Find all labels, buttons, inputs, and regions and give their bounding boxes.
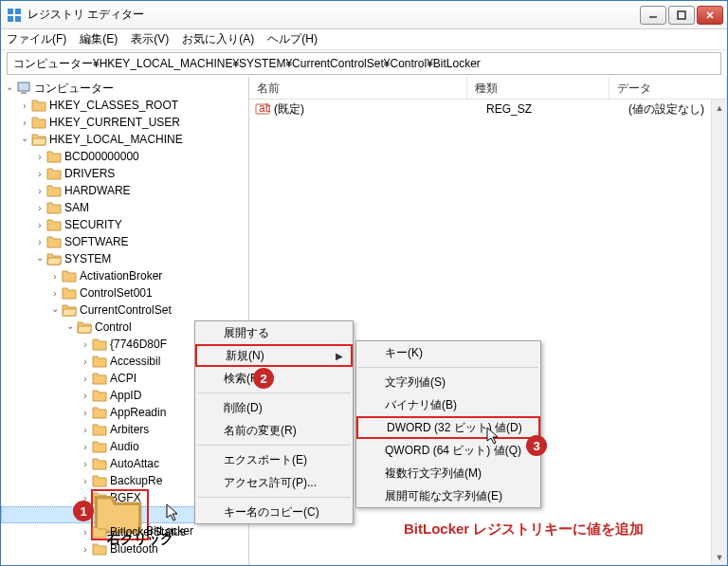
list-row-default[interactable]: ab (既定) REG_SZ (値の設定なし)	[249, 100, 727, 119]
chevron-right-icon[interactable]: ›	[48, 269, 62, 283]
chevron-right-icon[interactable]: ›	[79, 389, 92, 402]
chevron-right-icon[interactable]: ›	[79, 440, 92, 453]
chevron-down-icon[interactable]: ⌄	[33, 250, 46, 264]
tree-node-hkey-classes-root[interactable]: ›HKEY_CLASSES_ROOT	[1, 97, 248, 114]
scroll-up-icon[interactable]: ▲	[712, 100, 727, 116]
menu-item[interactable]: 名前の変更(R)	[195, 419, 353, 442]
svg-text:ab: ab	[259, 101, 270, 115]
tree-label: SYSTEM	[64, 252, 111, 265]
folder-icon	[92, 406, 107, 419]
menu-item[interactable]: QWORD (64 ビット) 値(Q)	[356, 439, 540, 462]
chevron-right-icon[interactable]: ›	[79, 423, 92, 436]
menu-item[interactable]: 文字列値(S)	[356, 371, 540, 393]
menu-item[interactable]: DWORD (32 ビット) 値(D)	[356, 416, 540, 439]
folder-icon	[92, 372, 107, 385]
tree-node-controlset001[interactable]: ›ControlSet001	[1, 284, 248, 301]
chevron-right-icon[interactable]: ›	[48, 286, 62, 300]
chevron-down-icon[interactable]: ⌄	[48, 301, 62, 315]
menu-item-label: アクセス許可(P)...	[224, 475, 317, 491]
chevron-right-icon[interactable]: ›	[33, 201, 46, 214]
folder-icon	[92, 525, 107, 539]
menu-item[interactable]: バイナリ値(B)	[356, 393, 540, 416]
col-header-name[interactable]: 名前	[249, 77, 467, 99]
folder-icon	[92, 389, 107, 402]
chevron-right-icon[interactable]: ›	[79, 457, 92, 470]
menu-item[interactable]: キー名のコピー(C)	[195, 501, 353, 523]
chevron-right-icon[interactable]: ›	[18, 99, 31, 112]
folder-icon	[62, 286, 77, 300]
content-area: ⌄コンピューター›HKEY_CLASSES_ROOT›HKEY_CURRENT_…	[1, 77, 727, 565]
menu-item[interactable]: エクスポート(E)	[195, 448, 353, 471]
svg-rect-1	[15, 9, 21, 14]
folder-icon	[46, 150, 62, 163]
menu-item[interactable]: 複数行文字列値(M)	[356, 462, 540, 484]
menu-item[interactable]: 新規(N)▶	[195, 344, 353, 367]
tree-node-currentcontrolset[interactable]: ⌄CurrentControlSet	[1, 301, 248, 319]
tree-node-system[interactable]: ⌄SYSTEM	[1, 250, 248, 267]
tree-node--[interactable]: ⌄コンピューター	[1, 80, 248, 97]
tree-node-security[interactable]: ›SECURITY	[1, 216, 248, 233]
chevron-right-icon[interactable]: ›	[79, 474, 92, 487]
menu-separator	[358, 367, 538, 368]
chevron-right-icon[interactable]: ›	[79, 372, 92, 385]
tree-label: CurrentControlSet	[80, 303, 172, 317]
menu-item[interactable]: 削除(D)	[195, 396, 353, 419]
folder-icon	[92, 423, 107, 436]
minimize-button[interactable]	[640, 6, 666, 25]
menu-favorites[interactable]: お気に入り(A)	[182, 31, 254, 47]
annotation-footer: BitLocker レジストリキーに値を追加	[404, 520, 644, 539]
chevron-right-icon[interactable]: ›	[33, 218, 46, 231]
tree-node-hardware[interactable]: ›HARDWARE	[1, 182, 248, 199]
chevron-right-icon[interactable]: ›	[79, 525, 92, 539]
menu-item-label: キー名のコピー(C)	[224, 504, 319, 520]
tree-node-bcd00000000[interactable]: ›BCD00000000	[1, 148, 248, 165]
tree-node-activationbroker[interactable]: ›ActivationBroker	[1, 267, 248, 284]
menu-view[interactable]: 表示(V)	[131, 31, 169, 47]
tree-node-software[interactable]: ›SOFTWARE	[1, 233, 248, 250]
chevron-right-icon[interactable]: ›	[79, 338, 92, 351]
scrollbar-vertical[interactable]: ▲ ▼	[711, 100, 727, 565]
menu-item[interactable]: 展開する	[195, 321, 353, 344]
tree-label: ActivationBroker	[80, 269, 162, 283]
tree-node-drivers[interactable]: ›DRIVERS	[1, 165, 248, 182]
tree-node-hkey-current-user[interactable]: ›HKEY_CURRENT_USER	[1, 114, 248, 131]
scroll-down-icon[interactable]: ▼	[712, 549, 727, 565]
menu-item[interactable]: 検索(F)...	[195, 367, 353, 390]
list-header: 名前 種類 データ	[249, 77, 727, 100]
menu-item-label: 文字列値(S)	[385, 374, 446, 391]
menu-item-label: 名前の変更(R)	[224, 423, 297, 439]
menu-file[interactable]: ファイル(F)	[7, 31, 66, 47]
chevron-right-icon[interactable]: ›	[79, 406, 92, 419]
menu-item[interactable]: 展開可能な文字列値(E)	[356, 484, 540, 507]
close-button[interactable]	[697, 6, 723, 25]
address-bar[interactable]: コンピューター¥HKEY_LOCAL_MACHINE¥SYSTEM¥Curren…	[7, 52, 721, 75]
cell-name: (既定)	[274, 101, 486, 118]
col-header-type[interactable]: 種類	[467, 77, 610, 99]
menu-help[interactable]: ヘルプ(H)	[267, 31, 318, 47]
chevron-right-icon[interactable]: ›	[18, 116, 31, 129]
chevron-right-icon[interactable]: ›	[33, 150, 46, 163]
menu-edit[interactable]: 編集(E)	[80, 31, 118, 47]
tree-node-sam[interactable]: ›SAM	[1, 199, 248, 216]
folder-icon	[92, 440, 107, 453]
chevron-right-icon[interactable]: ›	[79, 542, 92, 556]
maximize-button[interactable]	[668, 6, 695, 25]
tree-label: AppReadin	[110, 406, 166, 419]
tree-label: BackupRe	[110, 474, 162, 487]
chevron-right-icon[interactable]: ›	[33, 235, 46, 248]
folder-icon	[31, 116, 46, 129]
chevron-down-icon[interactable]: ⌄	[18, 131, 31, 144]
chevron-down-icon[interactable]: ⌄	[64, 319, 77, 332]
menu-item[interactable]: キー(K)	[356, 341, 540, 364]
tree-label: AppID	[110, 389, 141, 402]
window-buttons	[640, 6, 723, 25]
menu-item[interactable]: アクセス許可(P)...	[195, 471, 353, 494]
chevron-right-icon[interactable]: ›	[33, 184, 46, 197]
chevron-down-icon[interactable]: ⌄	[3, 80, 16, 93]
chevron-right-icon[interactable]: ›	[79, 355, 92, 368]
annotation-badge-2: 2	[253, 368, 274, 389]
col-header-data[interactable]: データ	[610, 77, 727, 99]
tree-node-hkey-local-machine[interactable]: ⌄HKEY_LOCAL_MACHINE	[1, 131, 248, 148]
chevron-right-icon[interactable]: ›	[33, 167, 46, 180]
annotation-badge-3: 3	[526, 435, 547, 456]
